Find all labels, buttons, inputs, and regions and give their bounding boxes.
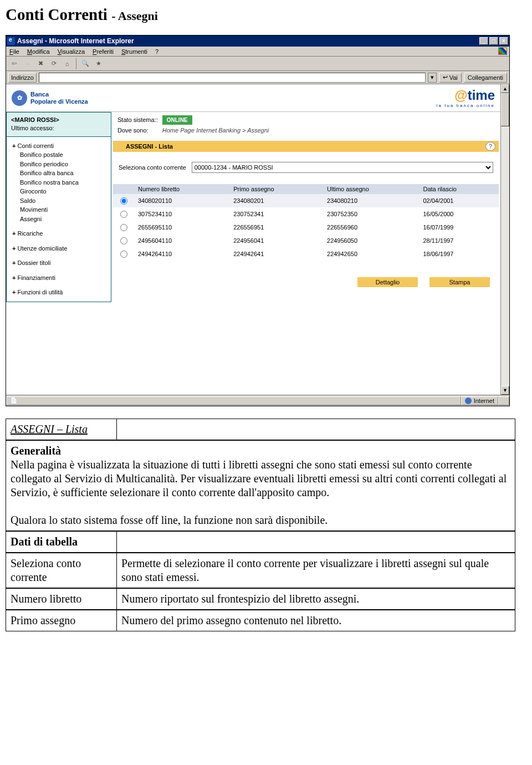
row-radio[interactable] (120, 197, 127, 205)
product-tagline: la tua banca online (437, 103, 495, 108)
sidebar-item[interactable]: + Conti correnti (12, 141, 105, 151)
go-button[interactable]: ↩ Vai (439, 73, 462, 83)
sidebar-item[interactable]: Bonifico nostra banca (12, 178, 105, 187)
system-status-label: Stato sistema:: (117, 115, 161, 125)
last-access-label: Ultimo accesso: (11, 124, 106, 132)
col-data-rilascio: Data rilascio (418, 184, 499, 194)
table-row: 249426411022494264122494265018/06/1997 (113, 247, 499, 261)
page-icon: 📄 (10, 397, 18, 404)
favorites-button[interactable]: ★ (93, 58, 104, 69)
product-logo: @time (437, 88, 495, 103)
toolbar: ⇦ → ✖ ⟳ ⌂ 🔍 ★ (6, 57, 509, 71)
col-ultimo-assegno: Ultimo assegno (323, 184, 418, 194)
maximize-button[interactable]: □ (489, 37, 498, 45)
table-row: 340802011023408020123408021002/04/2001 (113, 194, 499, 207)
system-status-value: ONLINE (162, 115, 192, 125)
window-titlebar: Assegni - Microsoft Internet Explorer _ … (6, 35, 509, 47)
sidebar-item[interactable]: + Dossier titoli (12, 258, 105, 268)
desc-generalita: Generalità Nella pagina è visualizzata l… (6, 441, 515, 531)
table-row: 307523411023075234123075235016/05/2000 (113, 207, 499, 221)
sidebar-item[interactable]: Giroconto (12, 187, 105, 196)
menu-preferiti[interactable]: Preferiti (93, 48, 114, 55)
globe-icon (465, 397, 472, 404)
breadcrumb-label: Dove sono: (117, 126, 161, 135)
section-bar: ASSEGNI - Lista ? (113, 141, 499, 152)
status-left: 📄 (6, 396, 461, 405)
account-select[interactable]: 00000-1234 - MARIO ROSSI (192, 162, 493, 173)
go-icon: ↩ (443, 74, 448, 81)
desc-row3-label: Primo assegno (6, 610, 117, 631)
menu-help[interactable]: ? (155, 48, 158, 55)
sidebar-item[interactable]: Assegni (12, 215, 105, 224)
sidebar-item[interactable]: Bonifico altra banca (12, 169, 105, 178)
address-input[interactable] (39, 73, 426, 83)
help-icon[interactable]: ? (485, 142, 495, 151)
back-button[interactable]: ⇦ (8, 58, 19, 69)
row-radio[interactable] (120, 211, 127, 218)
vertical-scrollbar[interactable]: ▲ ▼ (500, 84, 509, 395)
cheques-table: Numero libretto Primo assegno Ultimo ass… (113, 184, 499, 261)
row-radio[interactable] (120, 237, 127, 244)
bank-name-line2: Popolare di Vicenza (30, 98, 88, 105)
row-radio[interactable] (120, 224, 127, 231)
account-select-label: Seleziona conto corrente (119, 164, 186, 171)
table-row: 249560411022495604122495605028/11/1997 (113, 234, 499, 247)
status-zone: Internet (461, 396, 498, 405)
bank-name-line1: Banca (30, 91, 88, 98)
col-numero-libretto: Numero libretto (134, 184, 229, 194)
sidebar-item[interactable]: Movimenti (12, 205, 105, 215)
col-primo-assegno: Primo assegno (229, 184, 323, 194)
menu-file[interactable]: File (9, 48, 19, 55)
print-button[interactable]: Stampa (429, 277, 490, 287)
windows-logo-icon (498, 47, 507, 55)
desc-row1-label: Seleziona conto corrente (6, 553, 117, 588)
home-button[interactable]: ⌂ (62, 58, 73, 69)
desc-row2-label: Numero libretto (6, 589, 117, 610)
search-button[interactable]: 🔍 (80, 58, 91, 69)
refresh-button[interactable]: ⟳ (48, 58, 59, 69)
bank-logo-icon: ✿ (12, 90, 27, 106)
forward-button[interactable]: → (22, 58, 33, 69)
browser-status-bar: 📄 Internet (6, 395, 509, 406)
user-box: <MARIO ROSSI> Ultimo accesso: (7, 113, 111, 137)
address-bar: Indirizzo ▾ ↩ Vai Collegamenti (6, 71, 509, 84)
menu-visualizza[interactable]: Visualizza (58, 48, 85, 55)
desc-section-title: ASSEGNI – Lista (6, 419, 117, 440)
scroll-down-icon[interactable]: ▼ (501, 386, 509, 395)
menu-strumenti[interactable]: Strumenti (121, 48, 147, 55)
sidebar-item[interactable]: + Funzioni di utilità (12, 288, 105, 297)
stop-button[interactable]: ✖ (35, 58, 46, 69)
sidebar: <MARIO ROSSI> Ultimo accesso: + Conti co… (6, 112, 111, 302)
sidebar-item[interactable]: Bonifico periodico (12, 160, 105, 169)
desc-row3-value: Numero del primo assegno contenuto nel l… (117, 610, 515, 631)
desc-row2-value: Numero riportato sul frontespizio del li… (117, 589, 515, 610)
window-title: Assegni - Microsoft Internet Explorer (17, 37, 479, 45)
minimize-button[interactable]: _ (479, 37, 488, 45)
sidebar-item[interactable]: + Finanziamenti (12, 273, 105, 283)
links-button[interactable]: Collegamenti (464, 73, 507, 83)
close-button[interactable]: × (499, 37, 508, 45)
detail-button[interactable]: Dettaglio (357, 277, 418, 287)
table-row: 265569511022655695122655696016/07/1999 (113, 221, 499, 234)
menubar: File Modifica Visualizza Preferiti Strum… (6, 47, 509, 57)
row-radio[interactable] (120, 251, 127, 258)
breadcrumb: Home Page Internet Banking > Assegni (162, 126, 273, 135)
scroll-up-icon[interactable]: ▲ (501, 84, 509, 93)
scroll-thumb[interactable] (501, 93, 509, 126)
address-label: Indirizzo (8, 73, 37, 83)
sidebar-item[interactable]: Bonifico postale (12, 150, 105, 160)
desc-row1-value: Permette di selezionare il conto corrent… (117, 553, 515, 588)
desc-dati-header: Dati di tabella (6, 532, 117, 553)
address-dropdown-button[interactable]: ▾ (428, 73, 437, 83)
status-resize (498, 396, 509, 405)
sidebar-item[interactable]: + Ricariche (12, 229, 105, 238)
sidebar-item[interactable]: + Utenze domiciliate (12, 244, 105, 253)
section-title: ASSEGNI - Lista (120, 143, 485, 150)
menu-modifica[interactable]: Modifica (27, 48, 50, 55)
brand-header: ✿ Banca Popolare di Vicenza @time la tua… (6, 84, 500, 112)
ie-window: Assegni - Microsoft Internet Explorer _ … (6, 35, 510, 406)
page-title: Conti Correnti - Assegni (6, 6, 526, 24)
ie-icon (7, 37, 15, 45)
sidebar-item[interactable]: Saldo (12, 196, 105, 206)
user-name: <MARIO ROSSI> (11, 116, 106, 124)
